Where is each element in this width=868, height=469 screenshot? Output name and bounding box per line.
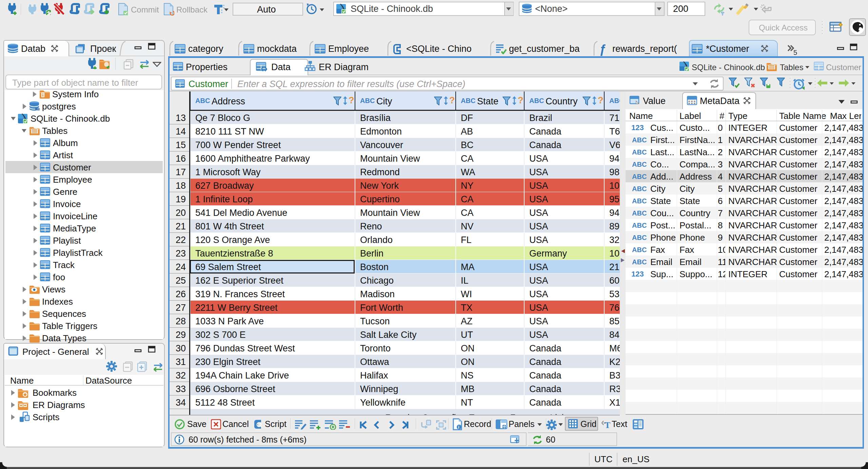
svg-text:i: i <box>458 425 459 430</box>
svg-text:5: 5 <box>793 49 797 56</box>
svg-text:T: T <box>605 420 610 429</box>
